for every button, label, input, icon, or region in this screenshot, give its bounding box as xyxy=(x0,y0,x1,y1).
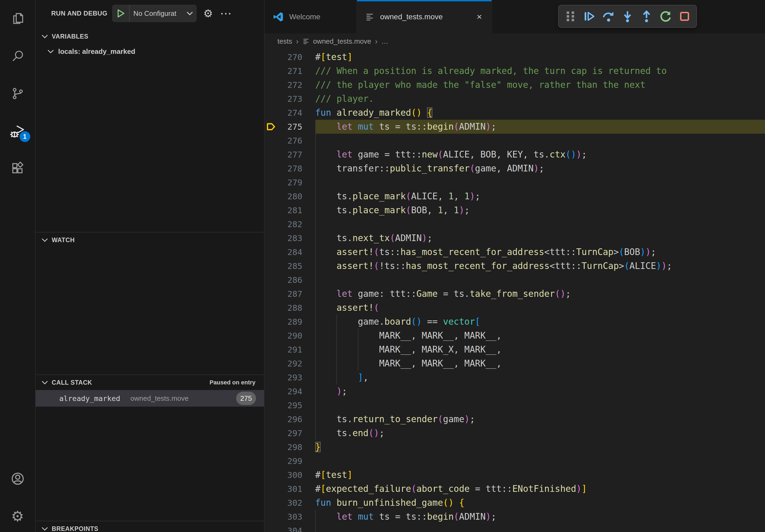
account-button[interactable] xyxy=(0,464,35,494)
step-over-icon xyxy=(602,10,615,23)
breadcrumb-item-symbol[interactable]: … xyxy=(382,37,388,46)
indent-guide xyxy=(337,371,337,385)
breakpoint-gutter[interactable] xyxy=(265,496,277,510)
indent-guide xyxy=(315,175,316,189)
gutter-spacer xyxy=(302,50,315,64)
debug-settings-button[interactable]: ⚙ xyxy=(204,8,213,19)
breakpoint-gutter[interactable] xyxy=(265,175,277,189)
breakpoint-gutter[interactable] xyxy=(265,147,277,161)
breakpoint-gutter[interactable] xyxy=(265,510,277,524)
breakpoint-gutter[interactable] xyxy=(265,50,277,64)
indent-guide xyxy=(315,343,316,357)
line-number: 275 xyxy=(277,120,302,134)
breakpoint-gutter[interactable] xyxy=(265,189,277,203)
variables-scope-locals[interactable]: locals: already_marked xyxy=(36,44,264,59)
continue-button[interactable] xyxy=(581,8,598,25)
breakpoint-gutter[interactable] xyxy=(265,78,277,92)
step-over-button[interactable] xyxy=(600,8,617,25)
close-icon[interactable]: × xyxy=(475,12,483,22)
breakpoint-gutter[interactable] xyxy=(265,231,277,245)
line-number: 281 xyxy=(277,203,302,217)
toolbar-drag-handle[interactable] xyxy=(562,8,579,25)
code-token: ( xyxy=(454,121,459,132)
call-stack-section-header[interactable]: CALL STACK Paused on entry xyxy=(36,375,264,390)
breakpoint-gutter[interactable] xyxy=(265,524,277,532)
tab-welcome[interactable]: Welcome xyxy=(265,0,357,34)
breakpoint-gutter[interactable] xyxy=(265,426,277,440)
tab-owned-tests-move[interactable]: owned_tests.move × xyxy=(357,0,492,34)
sidebar-item-run-and-debug[interactable]: 1 xyxy=(0,117,35,146)
breakpoint-gutter[interactable] xyxy=(265,412,277,426)
variables-section-header[interactable]: VARIABLES xyxy=(36,29,264,44)
code-token: public_transfer xyxy=(390,163,469,173)
code-line-text: #[test] xyxy=(315,50,765,64)
breakpoint-gutter[interactable] xyxy=(265,301,277,315)
breakpoint-gutter[interactable] xyxy=(265,398,277,412)
breakpoint-gutter[interactable] xyxy=(265,440,277,454)
breakpoint-gutter[interactable] xyxy=(265,217,277,231)
start-debug-button[interactable] xyxy=(113,5,130,22)
step-out-button[interactable] xyxy=(638,8,655,25)
code-token: TurnCap xyxy=(576,247,613,257)
editor-code-area[interactable]: 270#[test]271/// When a position is alre… xyxy=(265,49,765,532)
sidebar-item-explorer[interactable] xyxy=(0,4,35,34)
indent-guide xyxy=(337,357,337,371)
breakpoint-gutter[interactable] xyxy=(265,106,277,120)
step-into-button[interactable] xyxy=(619,8,636,25)
views-more-actions-button[interactable]: ⋯ xyxy=(220,10,232,16)
code-token: let xyxy=(337,149,353,160)
code-token: ) xyxy=(645,247,651,257)
line-number: 295 xyxy=(277,398,302,412)
breakpoint-gutter[interactable] xyxy=(265,64,277,78)
breakpoint-gutter[interactable] xyxy=(265,259,277,273)
watch-section-header[interactable]: WATCH xyxy=(36,232,264,247)
breakpoint-gutter[interactable] xyxy=(265,287,277,301)
breadcrumb-item-tests[interactable]: tests xyxy=(278,37,292,46)
restart-icon xyxy=(659,10,672,23)
breakpoint-gutter[interactable] xyxy=(265,482,277,496)
code-line: 290 MARK__, MARK__, MARK__, xyxy=(265,329,765,343)
breakpoint-gutter[interactable] xyxy=(265,371,277,385)
code-line: 272/// the player who made the "false" m… xyxy=(265,78,765,92)
line-number: 284 xyxy=(277,245,302,259)
breakpoint-gutter[interactable] xyxy=(265,134,277,147)
breakpoint-gutter[interactable] xyxy=(265,343,277,357)
breakpoint-gutter[interactable] xyxy=(265,273,277,287)
code-token: let xyxy=(337,289,353,299)
sidebar-item-source-control[interactable] xyxy=(0,79,35,109)
restart-button[interactable] xyxy=(657,8,674,25)
code-token: MARK__, MARK__, MARK__, xyxy=(315,358,501,369)
breakpoint-gutter[interactable] xyxy=(265,468,277,482)
indent-guide xyxy=(358,329,359,343)
gutter-spacer xyxy=(302,371,315,385)
code-line-text: transfer::public_transfer(game, ADMIN); xyxy=(315,161,765,175)
breadcrumb-item-file[interactable]: owned_tests.move xyxy=(313,37,371,46)
breakpoint-gutter[interactable] xyxy=(265,385,277,398)
stop-button[interactable] xyxy=(676,8,693,25)
breakpoint-gutter[interactable] xyxy=(265,329,277,343)
breakpoints-section-header[interactable]: BREAKPOINTS xyxy=(36,521,264,532)
code-line-text: #[expected_failure(abort_code = ttt::ENo… xyxy=(315,482,765,496)
sidebar-item-search[interactable] xyxy=(0,42,35,71)
breakpoint-gutter[interactable] xyxy=(265,245,277,259)
code-token: ADMIN xyxy=(459,511,485,522)
breakpoint-gutter[interactable] xyxy=(265,357,277,371)
breakpoint-gutter[interactable] xyxy=(265,315,277,329)
call-stack-frame[interactable]: already_marked owned_tests.move 275 xyxy=(36,390,264,406)
breakpoint-gutter[interactable] xyxy=(265,161,277,175)
current-line-marker[interactable] xyxy=(265,120,277,134)
breakpoint-gutter[interactable] xyxy=(265,92,277,106)
debug-badge: 1 xyxy=(20,131,30,142)
breakpoint-gutter[interactable] xyxy=(265,203,277,217)
code-line-text: assert!( xyxy=(315,301,765,315)
code-token: BOB, xyxy=(411,205,438,215)
call-stack-section: CALL STACK Paused on entry already_marke… xyxy=(36,375,264,406)
sidebar-item-extensions[interactable] xyxy=(0,154,35,184)
breakpoint-gutter[interactable] xyxy=(265,454,277,468)
code-line: 286 xyxy=(265,273,765,287)
code-token: ; xyxy=(475,191,480,201)
vscode-window: 1 ⚙ RUN AND DEBUG No Configura xyxy=(0,0,765,532)
code-token: ) xyxy=(374,428,379,438)
settings-button[interactable]: ⚙ xyxy=(0,501,35,531)
debug-config-dropdown[interactable]: No Configurat xyxy=(130,5,196,22)
